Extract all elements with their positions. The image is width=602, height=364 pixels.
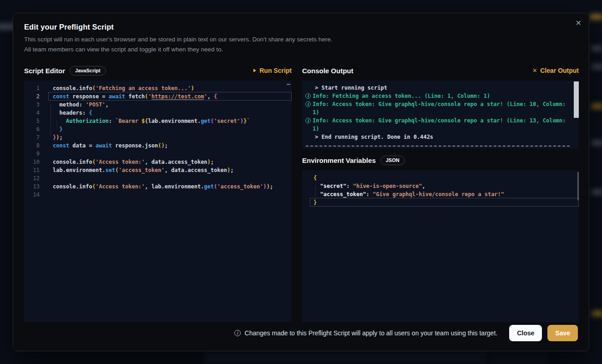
console-line: > End running script. Done in 0.442s bbox=[305, 133, 572, 141]
clear-output-label: Clear Output bbox=[540, 67, 579, 74]
modal-close-icon[interactable]: ✕ bbox=[576, 20, 582, 27]
save-button[interactable]: Save bbox=[547, 325, 578, 341]
line-number: 1 bbox=[24, 84, 44, 92]
backdrop-blob bbox=[590, 14, 602, 20]
backdrop-blob bbox=[592, 311, 602, 316]
line-number: 2 bbox=[24, 92, 44, 101]
code-line: 8const data = await response.json(); bbox=[24, 142, 292, 150]
environment-variables-editor[interactable]: { "secret": "hive-is-open-source", "acce… bbox=[302, 170, 579, 322]
close-button[interactable]: Close bbox=[509, 325, 542, 341]
console-output[interactable]: > Start running scriptiInfo: Fetching an… bbox=[302, 81, 579, 149]
indent-guide bbox=[315, 186, 316, 202]
clear-output-button[interactable]: ✕ Clear Output bbox=[532, 67, 579, 74]
console-and-env-panel: Console Output ✕ Clear Output > Start ru… bbox=[302, 65, 579, 322]
overview-ruler-mark bbox=[577, 172, 579, 200]
code-line: 1console.info('Fetching an access token.… bbox=[24, 84, 292, 92]
footer-note-text: Changes made to this Preflight Script wi… bbox=[245, 329, 498, 337]
line-number: 8 bbox=[24, 142, 44, 150]
code-line: "secret": "hive-is-open-source", bbox=[302, 182, 579, 190]
environment-variables-title: Environment Variables bbox=[302, 157, 376, 164]
console-line: iInfo: Access token: Give graphql-hive/c… bbox=[305, 116, 572, 133]
preflight-script-modal: ✕ Edit your Preflight Script This script… bbox=[13, 13, 589, 351]
code-line: 13console.info('Access token:', lab.envi… bbox=[24, 182, 292, 191]
indent-guide bbox=[57, 121, 57, 129]
code-line: 10console.info('Access token:', data.acc… bbox=[24, 158, 292, 166]
console-line: > Start running script bbox=[305, 84, 572, 92]
info-icon: i bbox=[305, 101, 311, 107]
screen: ✕ Edit your Preflight Script This script… bbox=[0, 0, 602, 364]
json-badge: JSON bbox=[380, 156, 405, 165]
console-line: iInfo: Access token: Give graphql-hive/c… bbox=[305, 100, 572, 116]
code-line: { bbox=[302, 174, 579, 182]
code-line: 4 headers: { bbox=[24, 109, 292, 117]
backdrop-blob bbox=[591, 140, 602, 146]
description-line: All team members can view the script and… bbox=[24, 45, 332, 55]
scrollbar-thumb[interactable] bbox=[574, 81, 579, 118]
run-script-label: Run Script bbox=[259, 67, 292, 74]
console-line: iInfo: Fetching an access token... (Line… bbox=[305, 92, 572, 100]
modal-footer: i Changes made to this Preflight Script … bbox=[24, 324, 578, 342]
code-line: 5 Authorization: `Bearer ${lab.environme… bbox=[24, 117, 292, 125]
code-line: 9 bbox=[24, 150, 292, 158]
backdrop-blob bbox=[592, 64, 602, 69]
line-number: 10 bbox=[24, 158, 44, 166]
backdrop-blob bbox=[592, 189, 602, 195]
line-number: 9 bbox=[24, 150, 44, 158]
console-output-title: Console Output bbox=[302, 67, 354, 75]
code-line: 3 method: 'POST', bbox=[24, 101, 292, 109]
line-number: 12 bbox=[24, 174, 44, 182]
info-icon: i bbox=[234, 330, 241, 336]
footer-note: i Changes made to this Preflight Script … bbox=[234, 329, 498, 337]
script-editor-title: Script Editor bbox=[24, 67, 65, 75]
indent-guide bbox=[51, 104, 51, 137]
info-icon: i bbox=[305, 93, 311, 99]
modal-title: Edit your Preflight Script bbox=[24, 23, 114, 31]
line-number: 3 bbox=[24, 101, 44, 109]
backdrop-panel bbox=[489, 350, 548, 364]
code-line: 7}); bbox=[24, 133, 292, 142]
code-line: 14 bbox=[24, 191, 292, 199]
code-line: 6 } bbox=[24, 125, 292, 133]
play-icon bbox=[253, 69, 256, 72]
console-separator bbox=[306, 146, 570, 147]
line-number: 4 bbox=[24, 109, 44, 117]
code-line: 2const response = await fetch('https://t… bbox=[24, 92, 292, 101]
line-number: 5 bbox=[24, 117, 44, 125]
info-icon: i bbox=[305, 118, 311, 123]
code-line: "access_token": "Give graphql-hive/conso… bbox=[302, 190, 579, 198]
script-editor[interactable]: 1console.info('Fetching an access token.… bbox=[24, 81, 292, 322]
line-number: 6 bbox=[24, 125, 44, 133]
clear-icon: ✕ bbox=[532, 68, 537, 73]
description-line: This script will run in each user's brow… bbox=[24, 35, 332, 45]
run-script-button[interactable]: Run Script bbox=[253, 67, 292, 74]
line-number: 14 bbox=[24, 191, 44, 199]
code-line: 12 bbox=[24, 174, 292, 182]
code-line: 11lab.environment.set('access_token', da… bbox=[24, 166, 292, 174]
backdrop-blob bbox=[591, 46, 602, 51]
overview-ruler-mark bbox=[287, 84, 290, 85]
line-number: 13 bbox=[24, 182, 44, 191]
code-line: } bbox=[302, 198, 579, 207]
line-number: 11 bbox=[24, 166, 44, 174]
backdrop-blob bbox=[591, 104, 602, 109]
backdrop-panel bbox=[205, 350, 487, 364]
javascript-badge: JavaScript bbox=[70, 66, 106, 76]
modal-description: This script will run in each user's brow… bbox=[24, 35, 332, 55]
script-editor-panel: Script Editor JavaScript Run Script 1con… bbox=[24, 65, 292, 322]
line-number: 7 bbox=[24, 133, 44, 142]
